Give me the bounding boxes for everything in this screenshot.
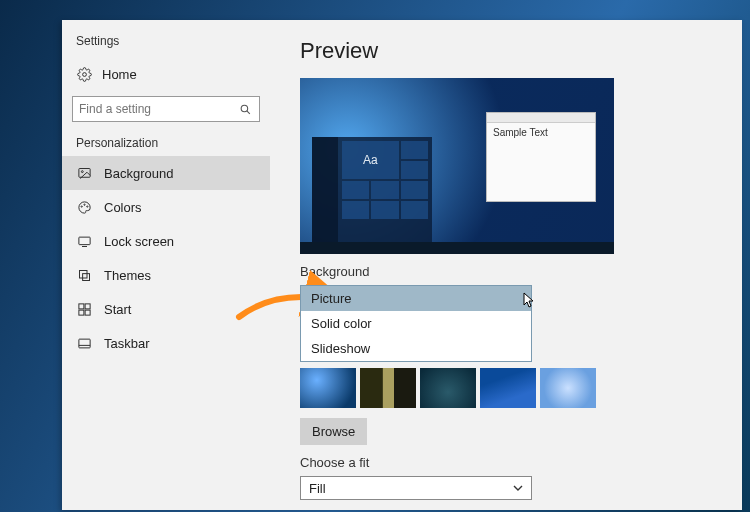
preview-startmenu: Aa [312, 137, 432, 242]
sidebar-item-lockscreen[interactable]: Lock screen [62, 224, 270, 258]
fit-value: Fill [309, 481, 326, 496]
preview-aa-tile: Aa [342, 141, 399, 179]
sidebar-item-colors[interactable]: Colors [62, 190, 270, 224]
sidebar: Settings Home Personalization Background [62, 20, 270, 510]
lock-screen-icon [76, 233, 92, 249]
taskbar-icon [76, 335, 92, 351]
svg-rect-16 [78, 339, 89, 348]
sidebar-item-label: Start [104, 302, 131, 317]
home-label: Home [102, 67, 137, 82]
recent-images-row [300, 368, 742, 408]
wallpaper-thumb[interactable] [480, 368, 536, 408]
home-nav[interactable]: Home [62, 60, 270, 96]
svg-point-0 [82, 72, 86, 76]
fit-field-label: Choose a fit [300, 455, 742, 470]
svg-point-5 [81, 205, 82, 206]
svg-rect-11 [82, 273, 89, 280]
wallpaper-thumb[interactable] [300, 368, 356, 408]
sidebar-item-label: Lock screen [104, 234, 174, 249]
desktop-preview: Aa Sample Text [300, 78, 614, 254]
themes-icon [76, 267, 92, 283]
palette-icon [76, 199, 92, 215]
svg-rect-8 [78, 237, 89, 245]
wallpaper-thumb[interactable] [360, 368, 416, 408]
gear-icon [76, 66, 92, 82]
sidebar-item-label: Background [104, 166, 173, 181]
section-title: Personalization [62, 136, 270, 156]
svg-rect-13 [85, 303, 90, 308]
svg-line-2 [247, 110, 250, 113]
dropdown-option-slideshow[interactable]: Slideshow [301, 336, 531, 361]
dropdown-option-solid[interactable]: Solid color [301, 311, 531, 336]
browse-button[interactable]: Browse [300, 418, 367, 445]
picture-icon [76, 165, 92, 181]
settings-window: Settings Home Personalization Background [62, 20, 742, 510]
sidebar-item-taskbar[interactable]: Taskbar [62, 326, 270, 360]
preview-taskbar [300, 242, 614, 254]
svg-rect-12 [78, 303, 83, 308]
chevron-down-icon [513, 485, 523, 491]
svg-rect-3 [78, 168, 89, 177]
sidebar-item-start[interactable]: Start [62, 292, 270, 326]
preview-sample-text: Sample Text [487, 123, 595, 142]
svg-rect-15 [85, 310, 90, 315]
svg-point-6 [83, 204, 84, 205]
dropdown-option-picture[interactable]: Picture [301, 286, 531, 311]
svg-point-1 [241, 105, 248, 112]
sidebar-item-label: Themes [104, 268, 151, 283]
wallpaper-thumb[interactable] [420, 368, 476, 408]
search-icon [239, 103, 253, 116]
svg-rect-14 [78, 310, 83, 315]
svg-rect-10 [79, 270, 87, 278]
svg-point-4 [81, 170, 83, 172]
sidebar-item-themes[interactable]: Themes [62, 258, 270, 292]
svg-point-7 [86, 205, 87, 206]
start-icon [76, 301, 92, 317]
app-title: Settings [62, 30, 270, 60]
sidebar-item-label: Taskbar [104, 336, 150, 351]
background-field-label: Background [300, 264, 742, 279]
sidebar-item-background[interactable]: Background [62, 156, 270, 190]
fit-dropdown[interactable]: Fill [300, 476, 532, 500]
background-type-dropdown[interactable]: Picture Solid color Slideshow [300, 285, 532, 362]
page-title: Preview [300, 38, 742, 64]
preview-sample-window: Sample Text [486, 112, 596, 202]
wallpaper-thumb[interactable] [540, 368, 596, 408]
search-box[interactable] [72, 96, 260, 122]
cursor-icon [523, 292, 535, 308]
sidebar-item-label: Colors [104, 200, 142, 215]
search-input[interactable] [79, 102, 239, 116]
main-content: Preview Aa Sample Text Background Pictur… [270, 20, 742, 510]
